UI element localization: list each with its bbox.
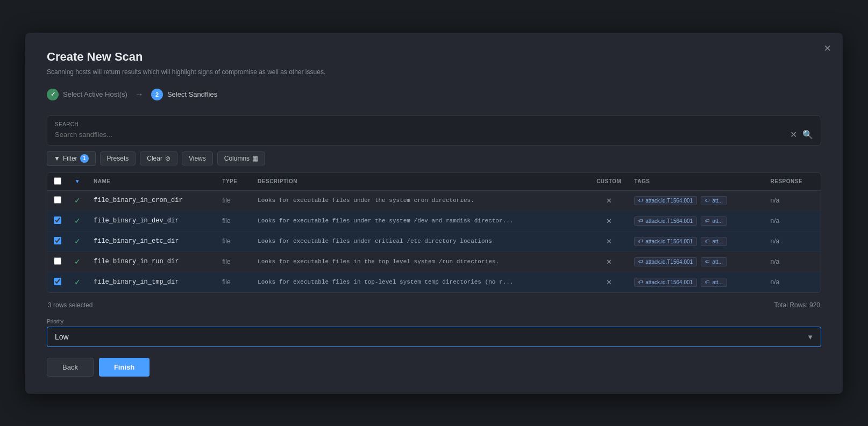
col-response: RESPONSE <box>764 173 821 191</box>
row-response: n/a <box>764 231 821 251</box>
step-1: ✓ Select Active Host(s) <box>47 89 127 100</box>
table-footer: 3 rows selected Total Rows: 920 <box>47 298 821 312</box>
sandflies-table: ▼ NAME TYPE DESCRIPTION CUSTOM TAGS RESP… <box>47 173 821 292</box>
tag-badge-2: 🏷 att... <box>701 196 727 205</box>
tag-badge-1: 🏷 attack.id.T1564.001 <box>634 278 697 287</box>
table-row: ✓ file_binary_in_etc_dir file Looks for … <box>47 231 821 251</box>
row-name: file_binary_in_run_dir <box>87 251 216 272</box>
table-row: ✓ file_binary_in_tmp_dir file Looks for … <box>47 272 821 292</box>
row-type: file <box>216 272 251 292</box>
step-2: 2 Select Sandflies <box>151 89 217 100</box>
table-row: ✓ file_binary_in_run_dir file Looks for … <box>47 251 821 272</box>
row-custom: ✕ <box>590 272 628 292</box>
search-label: Search <box>55 121 813 127</box>
row-tags: 🏷 attack.id.T1564.001 🏷 att... <box>628 211 764 231</box>
tag-badge-1: 🏷 attack.id.T1564.001 <box>634 216 697 226</box>
status-active-icon: ✓ <box>74 278 81 286</box>
row-description: Looks for executable files in the top le… <box>251 251 590 272</box>
finish-button[interactable]: Finish <box>99 358 150 377</box>
search-section: Search ✕ 🔍 <box>47 115 821 146</box>
filter-button[interactable]: ▼ Filter 1 <box>47 151 96 166</box>
close-button[interactable]: × <box>824 42 831 54</box>
clear-button[interactable]: Clear ⊘ <box>140 151 177 165</box>
row-tags: 🏷 attack.id.T1564.001 🏷 att... <box>628 272 764 292</box>
sandflies-table-container: ▼ NAME TYPE DESCRIPTION CUSTOM TAGS RESP… <box>47 172 821 293</box>
columns-button[interactable]: Columns ▦ <box>217 151 265 165</box>
col-custom: CUSTOM <box>590 173 628 191</box>
col-checkbox <box>47 173 68 191</box>
row-description: Looks for executable files under the sys… <box>251 211 590 231</box>
step-1-label: Select Active Host(s) <box>63 90 127 98</box>
tag-icon: 🏷 <box>638 218 643 223</box>
row-status-cell: ✓ <box>68 251 87 272</box>
filter-badge: 1 <box>80 154 89 163</box>
row-type: file <box>216 211 251 231</box>
priority-select-wrap: Low Medium High Critical ▼ <box>47 327 821 347</box>
row-status-cell: ✓ <box>68 231 87 251</box>
row-response: n/a <box>764 211 821 231</box>
row-status-cell: ✓ <box>68 272 87 292</box>
table-header-row: ▼ NAME TYPE DESCRIPTION CUSTOM TAGS RESP… <box>47 173 821 191</box>
select-all-checkbox[interactable] <box>54 177 61 185</box>
modal-subtitle: Scanning hosts will return results which… <box>47 68 821 76</box>
status-active-icon: ✓ <box>74 216 81 225</box>
presets-button[interactable]: Presets <box>100 151 136 165</box>
views-button[interactable]: Views <box>182 151 213 165</box>
tag-icon: 🏷 <box>638 259 643 264</box>
step-arrow: → <box>135 90 144 99</box>
row-checkbox[interactable] <box>54 216 61 224</box>
tag-icon-2: 🏷 <box>705 279 710 285</box>
row-description: Looks for executable files under critica… <box>251 231 590 251</box>
row-response: n/a <box>764 251 821 272</box>
filter-col-icon: ▼ <box>75 178 80 184</box>
row-type: file <box>216 251 251 272</box>
status-active-icon: ✓ <box>74 196 81 205</box>
modal: × Create New Scan Scanning hosts will re… <box>25 33 843 394</box>
tag-badge-2: 🏷 att... <box>701 278 727 287</box>
columns-icon: ▦ <box>252 155 258 162</box>
tag-icon: 🏷 <box>638 279 643 285</box>
tag-badge-1: 🏷 attack.id.T1564.001 <box>634 196 697 205</box>
tag-badge-1: 🏷 attack.id.T1564.001 <box>634 237 697 246</box>
tag-icon-2: 🏷 <box>705 198 710 203</box>
priority-select[interactable]: Low Medium High Critical <box>47 327 821 347</box>
row-type: file <box>216 231 251 251</box>
step-2-label: Select Sandflies <box>167 90 217 98</box>
row-checkbox[interactable] <box>54 278 61 285</box>
custom-x-icon[interactable]: ✕ <box>606 278 612 286</box>
tag-icon-2: 🏷 <box>705 218 710 223</box>
step-1-circle: ✓ <box>47 89 59 100</box>
row-checkbox-cell <box>47 231 68 251</box>
search-icons: ✕ 🔍 <box>790 129 813 140</box>
custom-x-icon[interactable]: ✕ <box>606 258 612 266</box>
row-custom: ✕ <box>590 231 628 251</box>
row-checkbox[interactable] <box>54 237 61 244</box>
row-checkbox-cell <box>47 251 68 272</box>
col-name: NAME <box>87 173 216 191</box>
total-rows: Total Rows: 920 <box>774 301 820 309</box>
tag-icon: 🏷 <box>638 198 643 203</box>
step-2-circle: 2 <box>151 89 163 100</box>
row-name: file_binary_in_dev_dir <box>87 211 216 231</box>
custom-x-icon[interactable]: ✕ <box>606 197 612 205</box>
search-button[interactable]: 🔍 <box>802 129 813 140</box>
row-checkbox[interactable] <box>54 196 61 204</box>
row-custom: ✕ <box>590 251 628 272</box>
clear-search-button[interactable]: ✕ <box>790 129 797 140</box>
tag-badge-2: 🏷 att... <box>701 237 727 246</box>
row-tags: 🏷 attack.id.T1564.001 🏷 att... <box>628 251 764 272</box>
custom-x-icon[interactable]: ✕ <box>606 237 612 246</box>
back-button[interactable]: Back <box>47 358 94 377</box>
toolbar: ▼ Filter 1 Presets Clear ⊘ Views Columns… <box>47 151 821 166</box>
row-checkbox-cell <box>47 190 68 211</box>
row-status-cell: ✓ <box>68 190 87 211</box>
row-checkbox[interactable] <box>54 257 61 265</box>
priority-label: Priority <box>47 319 821 324</box>
col-status-filter: ▼ <box>68 173 87 191</box>
columns-label: Columns <box>224 155 250 162</box>
row-response: n/a <box>764 190 821 211</box>
search-input[interactable] <box>55 131 786 139</box>
tag-icon: 🏷 <box>638 239 643 244</box>
custom-x-icon[interactable]: ✕ <box>606 217 612 225</box>
row-checkbox-cell <box>47 211 68 231</box>
